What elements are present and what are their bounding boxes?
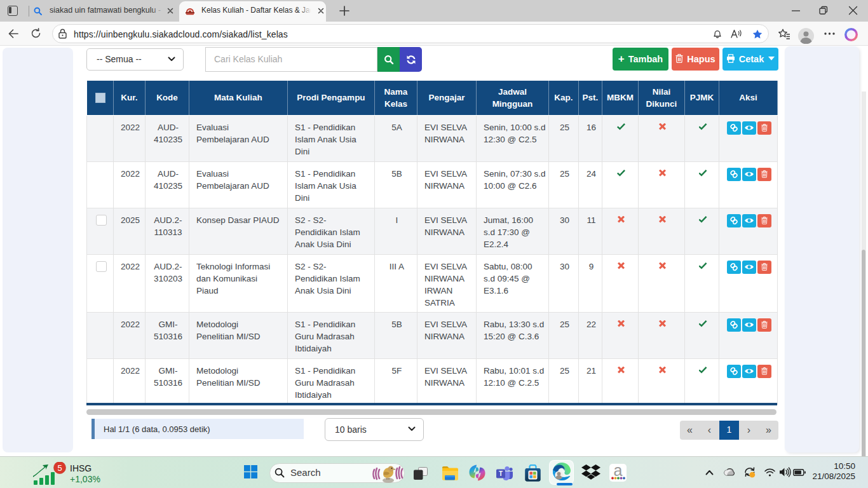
svg-text:T: T [499,470,503,477]
svg-text:5: 5 [57,463,62,473]
